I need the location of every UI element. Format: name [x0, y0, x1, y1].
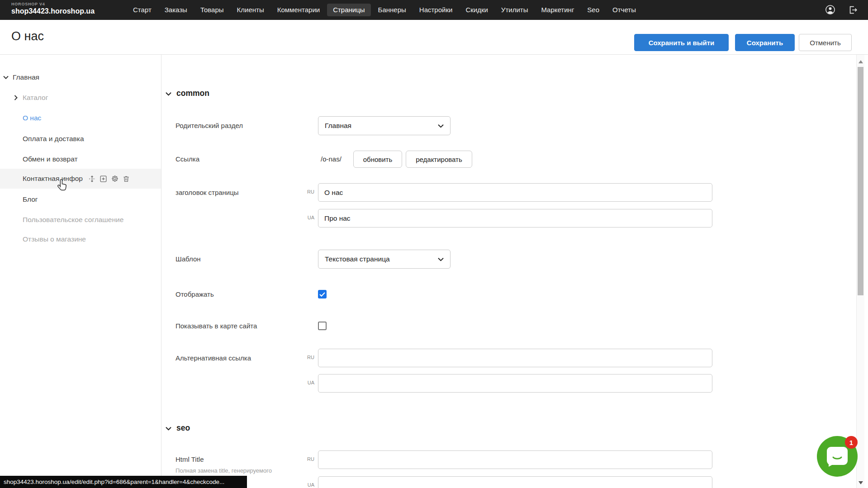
check-icon: [319, 292, 325, 297]
link-preview-statusbar: shop34423.horoshop.ua/edit/edit.php?id=6…: [0, 476, 247, 488]
lang-badge-ru: RU: [303, 456, 314, 462]
chevron-down-icon: [166, 86, 171, 100]
save-and-exit-button[interactable]: Сохранить и выйти: [634, 34, 729, 51]
page-title-label: заголовок страницы: [175, 183, 239, 202]
tree-item-glavnaya[interactable]: Главная: [0, 68, 161, 86]
chevron-down-icon[interactable]: [3, 76, 9, 79]
tree-item-katalog[interactable]: Каталог: [0, 89, 161, 107]
tree-item-otzyvy[interactable]: Отзывы о магазине: [0, 230, 161, 248]
top-nav-menu: Старт Заказы Товары Клиенты Комментарии …: [127, 4, 642, 16]
sitemap-label: Показывать в карте сайта: [175, 317, 257, 335]
page-header: О нас Сохранить и выйти Сохранить Отмени…: [0, 20, 868, 55]
html-title-hint: Полная замена title, генерируемого: [175, 467, 272, 474]
tree-item-obmen[interactable]: Обмен и возврат: [0, 150, 161, 168]
tree-item-oplata[interactable]: Оплата и доставка: [0, 130, 161, 148]
nav-item-orders[interactable]: Заказы: [159, 4, 193, 16]
cancel-button[interactable]: Отменить: [799, 34, 852, 51]
alt-link-ua-input[interactable]: [318, 374, 712, 393]
nav-item-products[interactable]: Товары: [194, 4, 230, 16]
tree-item-kontaktnaya[interactable]: Контактная инфор: [0, 169, 161, 189]
chevron-right-icon[interactable]: [14, 95, 18, 100]
vertical-scrollbar[interactable]: [856, 55, 864, 488]
scrollbar-thumb[interactable]: [858, 67, 863, 295]
lang-badge-ua: UA: [303, 482, 314, 488]
nav-item-discounts[interactable]: Скидки: [460, 4, 493, 16]
link-refresh-button[interactable]: обновить: [353, 151, 402, 168]
lang-badge-ru: RU: [303, 355, 314, 360]
tree-item-blog[interactable]: Блог: [0, 190, 161, 208]
lang-badge-ua: UA: [303, 380, 314, 385]
link-path-value: /o-nas/: [321, 151, 342, 168]
chat-widget: 1: [817, 436, 858, 477]
nav-item-comments[interactable]: Комментарии: [271, 4, 326, 16]
lang-badge-ru: RU: [303, 189, 314, 194]
nav-item-settings[interactable]: Настройки: [413, 4, 459, 16]
top-navbar: HOROSHOP V4 shop34423.horoshop.ua Старт …: [0, 0, 868, 20]
pages-tree-sidebar: Главная Каталог О нас Оплата и доставка …: [0, 55, 161, 488]
alt-link-label: Альтернативная ссылка: [175, 349, 251, 367]
parent-section-label: Родительский раздел: [175, 116, 243, 135]
lang-badge-ua: UA: [303, 215, 314, 220]
display-checkbox[interactable]: [318, 290, 327, 298]
chevron-down-icon: [166, 421, 171, 435]
nav-item-seo[interactable]: Seo: [581, 4, 605, 16]
nav-item-banners[interactable]: Баннеры: [372, 4, 412, 16]
template-label: Шаблон: [175, 250, 201, 269]
topbar-icons: [825, 5, 858, 15]
nav-item-pages[interactable]: Страницы: [327, 4, 370, 16]
chevron-down-icon: [438, 124, 444, 128]
page-title-ua-input[interactable]: [318, 209, 712, 227]
nav-item-start[interactable]: Старт: [127, 4, 157, 16]
link-edit-button[interactable]: редактировать: [406, 151, 472, 168]
html-title-ru-input[interactable]: [318, 450, 712, 469]
page-title-ru-input[interactable]: [318, 183, 712, 202]
link-label: Ссылка: [175, 151, 199, 168]
display-label: Отображать: [175, 286, 214, 303]
save-button[interactable]: Сохранить: [735, 34, 795, 51]
move-icon[interactable]: [88, 175, 96, 183]
page-title: О нас: [11, 29, 44, 43]
chevron-down-icon: [438, 257, 444, 261]
page-edit-form: common Родительский раздел Главная Ссылк…: [161, 55, 856, 488]
nav-item-utilities[interactable]: Утилиты: [495, 4, 534, 16]
add-page-icon[interactable]: [100, 175, 107, 183]
brand-domain-label: shop34423.horoshop.ua: [11, 8, 95, 15]
html-title-label: Html Title: [175, 455, 204, 464]
section-seo-header[interactable]: seo: [166, 421, 190, 435]
sitemap-checkbox[interactable]: [318, 322, 327, 330]
tree-item-o-nas[interactable]: О нас: [0, 109, 161, 127]
scroll-up-arrow[interactable]: [859, 60, 863, 63]
chat-unread-badge: 1: [845, 436, 858, 449]
delete-trash-icon[interactable]: [123, 175, 130, 183]
tree-item-polzovatelskoe[interactable]: Пользовательское соглашение: [0, 211, 161, 229]
alt-link-ru-input[interactable]: [318, 349, 712, 367]
template-select[interactable]: Текстовая страница: [318, 250, 451, 269]
parent-section-select[interactable]: Главная: [318, 116, 451, 135]
settings-gear-icon[interactable]: [111, 175, 119, 183]
account-icon[interactable]: [825, 5, 835, 15]
nav-item-reports[interactable]: Отчеты: [607, 4, 642, 16]
nav-item-marketing[interactable]: Маркетинг: [535, 4, 580, 16]
chat-bubble-icon: [827, 447, 848, 469]
html-title-ua-input[interactable]: [318, 476, 712, 488]
brand-logo[interactable]: HOROSHOP V4 shop34423.horoshop.ua: [11, 2, 95, 15]
scroll-down-arrow[interactable]: [859, 481, 863, 484]
section-common-header[interactable]: common: [166, 86, 209, 100]
brand-version-label: HOROSHOP V4: [11, 2, 95, 6]
logout-icon[interactable]: [848, 5, 858, 15]
tree-item-actions: [88, 175, 130, 183]
nav-item-clients[interactable]: Клиенты: [231, 4, 270, 16]
